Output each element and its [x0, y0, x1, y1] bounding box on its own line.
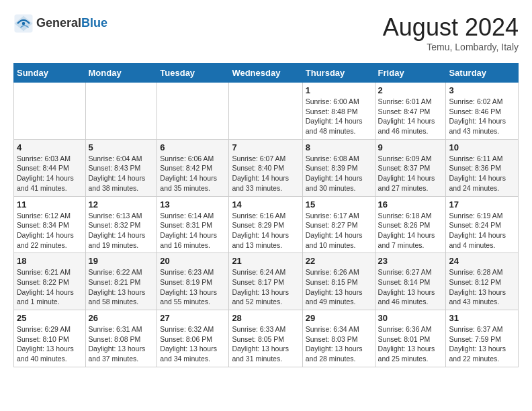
svg-point-2 [22, 22, 26, 26]
calendar-cell [229, 83, 302, 140]
day-number: 1 [306, 85, 372, 95]
day-info: Sunrise: 6:08 AM Sunset: 8:39 PM Dayligh… [306, 154, 372, 193]
calendar-cell: 3Sunrise: 6:02 AM Sunset: 8:46 PM Daylig… [446, 83, 519, 140]
calendar-cell: 8Sunrise: 6:08 AM Sunset: 8:39 PM Daylig… [302, 139, 375, 196]
day-info: Sunrise: 6:02 AM Sunset: 8:46 PM Dayligh… [449, 97, 515, 136]
calendar-table: SundayMondayTuesdayWednesdayThursdayFrid… [13, 63, 519, 367]
day-number: 5 [89, 142, 154, 152]
day-info: Sunrise: 6:01 AM Sunset: 8:47 PM Dayligh… [378, 97, 443, 136]
day-info: Sunrise: 6:03 AM Sunset: 8:44 PM Dayligh… [17, 154, 83, 193]
day-number: 8 [306, 142, 372, 152]
calendar-cell: 1Sunrise: 6:00 AM Sunset: 8:48 PM Daylig… [302, 83, 375, 140]
day-number: 26 [89, 313, 154, 323]
day-info: Sunrise: 6:27 AM Sunset: 8:14 PM Dayligh… [378, 267, 443, 307]
day-number: 29 [306, 313, 372, 323]
calendar-cell: 10Sunrise: 6:11 AM Sunset: 8:36 PM Dayli… [446, 139, 519, 196]
day-info: Sunrise: 6:37 AM Sunset: 7:59 PM Dayligh… [449, 324, 515, 364]
calendar-cell: 28Sunrise: 6:33 AM Sunset: 8:05 PM Dayli… [229, 310, 302, 367]
calendar-cell: 26Sunrise: 6:31 AM Sunset: 8:08 PM Dayli… [85, 310, 157, 367]
day-number: 20 [160, 256, 226, 266]
weekday-header-thursday: Thursday [302, 64, 375, 83]
day-info: Sunrise: 6:09 AM Sunset: 8:37 PM Dayligh… [378, 154, 443, 193]
day-info: Sunrise: 6:22 AM Sunset: 8:21 PM Dayligh… [89, 267, 154, 307]
day-number: 24 [449, 256, 515, 266]
weekday-header-saturday: Saturday [446, 64, 519, 83]
day-info: Sunrise: 6:29 AM Sunset: 8:10 PM Dayligh… [17, 324, 83, 364]
calendar-cell: 6Sunrise: 6:06 AM Sunset: 8:42 PM Daylig… [157, 139, 229, 196]
day-number: 12 [89, 199, 154, 210]
day-number: 3 [449, 85, 515, 95]
day-info: Sunrise: 6:36 AM Sunset: 8:01 PM Dayligh… [378, 324, 443, 364]
calendar-cell: 29Sunrise: 6:34 AM Sunset: 8:03 PM Dayli… [302, 310, 375, 367]
day-info: Sunrise: 6:18 AM Sunset: 8:26 PM Dayligh… [378, 211, 443, 250]
calendar-cell: 21Sunrise: 6:24 AM Sunset: 8:17 PM Dayli… [229, 253, 302, 310]
calendar-cell: 7Sunrise: 6:07 AM Sunset: 8:40 PM Daylig… [229, 139, 302, 196]
day-info: Sunrise: 6:13 AM Sunset: 8:32 PM Dayligh… [89, 211, 154, 250]
day-info: Sunrise: 6:04 AM Sunset: 8:43 PM Dayligh… [89, 154, 154, 193]
calendar-cell: 17Sunrise: 6:19 AM Sunset: 8:24 PM Dayli… [446, 196, 519, 253]
calendar-cell: 18Sunrise: 6:21 AM Sunset: 8:22 PM Dayli… [14, 253, 86, 310]
day-info: Sunrise: 6:26 AM Sunset: 8:15 PM Dayligh… [306, 267, 372, 307]
calendar-week-row: 4Sunrise: 6:03 AM Sunset: 8:44 PM Daylig… [14, 139, 519, 196]
title-block: August 2024 Temu, Lombardy, Italy [383, 13, 519, 52]
calendar-cell: 31Sunrise: 6:37 AM Sunset: 7:59 PM Dayli… [446, 310, 519, 367]
day-number: 2 [378, 85, 443, 95]
day-number: 6 [160, 142, 226, 152]
logo: GeneralBlue [13, 13, 107, 34]
day-number: 11 [17, 199, 83, 210]
day-info: Sunrise: 6:23 AM Sunset: 8:19 PM Dayligh… [160, 267, 226, 307]
weekday-header-friday: Friday [375, 64, 446, 83]
day-number: 28 [232, 313, 299, 323]
day-number: 14 [232, 199, 299, 210]
weekday-header-row: SundayMondayTuesdayWednesdayThursdayFrid… [14, 64, 519, 83]
calendar-cell: 4Sunrise: 6:03 AM Sunset: 8:44 PM Daylig… [14, 139, 86, 196]
day-number: 4 [17, 142, 83, 152]
day-info: Sunrise: 6:28 AM Sunset: 8:12 PM Dayligh… [449, 267, 515, 307]
calendar-week-row: 11Sunrise: 6:12 AM Sunset: 8:34 PM Dayli… [14, 196, 519, 253]
day-info: Sunrise: 6:16 AM Sunset: 8:29 PM Dayligh… [232, 211, 299, 250]
day-number: 19 [89, 256, 154, 266]
location-subtitle: Temu, Lombardy, Italy [383, 42, 519, 52]
calendar-cell [85, 83, 157, 140]
day-info: Sunrise: 6:07 AM Sunset: 8:40 PM Dayligh… [232, 154, 299, 193]
logo-text: GeneralBlue [36, 17, 107, 30]
weekday-header-wednesday: Wednesday [229, 64, 302, 83]
calendar-cell: 23Sunrise: 6:27 AM Sunset: 8:14 PM Dayli… [375, 253, 446, 310]
day-info: Sunrise: 6:21 AM Sunset: 8:22 PM Dayligh… [17, 267, 83, 307]
calendar-cell: 13Sunrise: 6:14 AM Sunset: 8:31 PM Dayli… [157, 196, 229, 253]
day-info: Sunrise: 6:31 AM Sunset: 8:08 PM Dayligh… [89, 324, 154, 364]
calendar-cell: 9Sunrise: 6:09 AM Sunset: 8:37 PM Daylig… [375, 139, 446, 196]
day-info: Sunrise: 6:24 AM Sunset: 8:17 PM Dayligh… [232, 267, 299, 307]
day-info: Sunrise: 6:19 AM Sunset: 8:24 PM Dayligh… [449, 211, 515, 250]
day-number: 18 [17, 256, 83, 266]
day-number: 15 [306, 199, 372, 210]
day-info: Sunrise: 6:33 AM Sunset: 8:05 PM Dayligh… [232, 324, 299, 364]
calendar-cell: 20Sunrise: 6:23 AM Sunset: 8:19 PM Dayli… [157, 253, 229, 310]
calendar-cell: 24Sunrise: 6:28 AM Sunset: 8:12 PM Dayli… [446, 253, 519, 310]
calendar-cell: 11Sunrise: 6:12 AM Sunset: 8:34 PM Dayli… [14, 196, 86, 253]
calendar-cell: 12Sunrise: 6:13 AM Sunset: 8:32 PM Dayli… [85, 196, 157, 253]
logo-icon [13, 13, 34, 34]
day-number: 21 [232, 256, 299, 266]
day-info: Sunrise: 6:14 AM Sunset: 8:31 PM Dayligh… [160, 211, 226, 250]
day-info: Sunrise: 6:17 AM Sunset: 8:27 PM Dayligh… [306, 211, 372, 250]
calendar-cell: 16Sunrise: 6:18 AM Sunset: 8:26 PM Dayli… [375, 196, 446, 253]
weekday-header-tuesday: Tuesday [157, 64, 229, 83]
calendar-week-row: 1Sunrise: 6:00 AM Sunset: 8:48 PM Daylig… [14, 83, 519, 140]
calendar-cell: 15Sunrise: 6:17 AM Sunset: 8:27 PM Dayli… [302, 196, 375, 253]
calendar-cell: 14Sunrise: 6:16 AM Sunset: 8:29 PM Dayli… [229, 196, 302, 253]
calendar-cell: 27Sunrise: 6:32 AM Sunset: 8:06 PM Dayli… [157, 310, 229, 367]
calendar-cell: 30Sunrise: 6:36 AM Sunset: 8:01 PM Dayli… [375, 310, 446, 367]
day-info: Sunrise: 6:12 AM Sunset: 8:34 PM Dayligh… [17, 211, 83, 250]
day-info: Sunrise: 6:06 AM Sunset: 8:42 PM Dayligh… [160, 154, 226, 193]
calendar-cell: 22Sunrise: 6:26 AM Sunset: 8:15 PM Dayli… [302, 253, 375, 310]
day-number: 10 [449, 142, 515, 152]
day-number: 9 [378, 142, 443, 152]
day-info: Sunrise: 6:34 AM Sunset: 8:03 PM Dayligh… [306, 324, 372, 364]
calendar-week-row: 18Sunrise: 6:21 AM Sunset: 8:22 PM Dayli… [14, 253, 519, 310]
calendar-cell: 25Sunrise: 6:29 AM Sunset: 8:10 PM Dayli… [14, 310, 86, 367]
day-number: 23 [378, 256, 443, 266]
day-number: 7 [232, 142, 299, 152]
weekday-header-monday: Monday [85, 64, 157, 83]
day-number: 13 [160, 199, 226, 210]
